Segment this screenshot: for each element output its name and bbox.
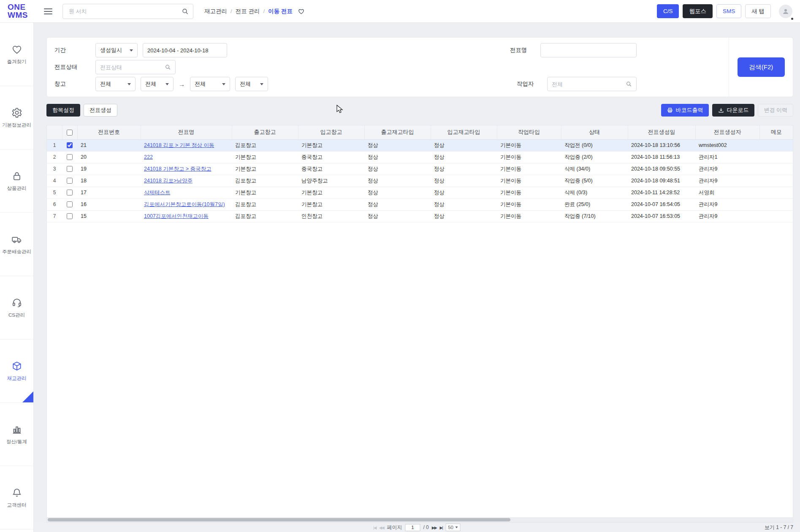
- worker-input[interactable]: [547, 77, 637, 91]
- sidebar-item-inventory[interactable]: 재고관리: [0, 339, 33, 403]
- table-row[interactable]: 4 18 241018 김포>남양주 김포창고 남양주창고 정상 정상 기본이동…: [47, 175, 793, 187]
- column-header-status[interactable]: 상태: [561, 125, 628, 139]
- column-header-in-warehouse[interactable]: 입고창고: [298, 125, 364, 139]
- menu-icon[interactable]: [44, 8, 52, 14]
- data-grid: 전표번호 전표명 출고창고 입고창고 출고재고타입 입고재고타입 작업타입 상태…: [46, 125, 793, 523]
- cell-slip-name: 삭제테스트: [141, 187, 232, 198]
- row-checkbox[interactable]: [67, 201, 73, 207]
- last-page-icon[interactable]: ▶|: [439, 525, 442, 530]
- sidebar-item-statistics[interactable]: 정산/통계: [0, 403, 33, 466]
- breadcrumb-item[interactable]: 전표 관리: [236, 8, 260, 15]
- slip-name-link[interactable]: 김포에서기본창고로이동(10월7일): [144, 201, 225, 207]
- row-checkbox-cell: [62, 175, 77, 187]
- in-location-select[interactable]: 전체: [235, 77, 268, 91]
- prev-page-icon[interactable]: ◀◀: [379, 525, 384, 530]
- cell-status: 작업전 (0/0): [561, 139, 628, 151]
- new-tab-button[interactable]: 새 탭: [745, 4, 771, 18]
- table-row[interactable]: 5 17 삭제테스트 기본창고 기본창고 정상 정상 기본이동 삭제 (0/3)…: [47, 187, 793, 198]
- row-checkbox[interactable]: [67, 178, 73, 184]
- barcode-print-label: 바코드출력: [675, 106, 703, 114]
- scrollbar-thumb[interactable]: [48, 518, 510, 521]
- horizontal-scrollbar[interactable]: [47, 517, 793, 522]
- table-row[interactable]: 3 19 241018 기본창고 > 중국창고 기본창고 중국창고 정상 정상 …: [47, 163, 793, 175]
- row-checkbox[interactable]: [67, 166, 73, 172]
- cell-in-warehouse: 남양주창고: [298, 175, 364, 187]
- cs-button[interactable]: C/S: [657, 4, 679, 18]
- app-logo[interactable]: ONE WMS: [8, 3, 28, 19]
- row-index: 2: [47, 151, 62, 163]
- column-header-slip-name[interactable]: 전표명: [141, 125, 232, 139]
- cell-slip-name: 241018 김포 > 기본 정상 이동: [141, 139, 232, 151]
- cell-work-type: 기본이동: [497, 198, 561, 210]
- column-header-created-at[interactable]: 전표생성일: [628, 125, 695, 139]
- search-icon[interactable]: [626, 81, 632, 87]
- row-checkbox[interactable]: [67, 142, 73, 148]
- slip-name-link[interactable]: 241018 김포>남양주: [144, 178, 193, 184]
- column-header-out-stock-type[interactable]: 출고재고타입: [364, 125, 431, 139]
- row-checkbox[interactable]: [67, 154, 73, 160]
- select-all-checkbox[interactable]: [67, 130, 73, 136]
- breadcrumb-item[interactable]: 재고관리: [204, 8, 227, 15]
- sms-button[interactable]: SMS: [716, 4, 741, 18]
- user-avatar[interactable]: [779, 5, 792, 18]
- page-number-input[interactable]: [405, 524, 420, 531]
- row-index: 7: [47, 210, 62, 222]
- webpos-button[interactable]: 웹포스: [683, 4, 713, 18]
- sidebar-item-favorites[interactable]: 즐겨찾기: [0, 23, 33, 86]
- column-header-created-by[interactable]: 전표생성자: [695, 125, 759, 139]
- bar-chart-icon: [11, 424, 22, 435]
- next-page-icon[interactable]: ▶▶: [432, 525, 437, 530]
- sidebar-item-products[interactable]: 상품관리: [0, 149, 33, 213]
- slip-name-link[interactable]: 222: [144, 154, 153, 160]
- table-row[interactable]: 1 21 241018 김포 > 기본 정상 이동 김포창고 기본창고 정상 정…: [47, 139, 793, 151]
- search-icon[interactable]: [165, 64, 171, 71]
- table-row[interactable]: 6 16 김포에서기본창고로이동(10월7일) 김포창고 기본창고 정상 정상 …: [47, 198, 793, 210]
- sidebar-item-basic-info[interactable]: 기본정보관리: [0, 86, 33, 149]
- sidebar-item-orders-shipping[interactable]: 주문배송관리: [0, 213, 33, 276]
- sidebar-item-cs[interactable]: CS관리: [0, 276, 33, 339]
- cell-out-warehouse: 김포창고: [232, 198, 298, 210]
- column-header-memo[interactable]: 메모: [759, 125, 793, 139]
- column-header-work-type[interactable]: 작업타입: [497, 125, 561, 139]
- out-warehouse-select[interactable]: 전체: [95, 77, 136, 91]
- row-checkbox-cell: [62, 151, 77, 163]
- cell-in-warehouse: 중국창고: [298, 163, 364, 175]
- table-row[interactable]: 2 20 222 기본창고 중국창고 정상 정상 기본이동 작업중 (2/0) …: [47, 151, 793, 163]
- item-settings-button[interactable]: 항목설정: [46, 104, 80, 117]
- download-button[interactable]: 다운로드: [712, 104, 754, 117]
- barcode-print-button[interactable]: 바코드출력: [661, 104, 709, 117]
- in-warehouse-select[interactable]: 전체: [190, 77, 230, 91]
- cell-out-stock-type: 정상: [364, 175, 431, 187]
- table-header-row: 전표번호 전표명 출고창고 입고창고 출고재고타입 입고재고타입 작업타입 상태…: [47, 125, 793, 139]
- download-icon: [718, 107, 724, 113]
- slip-status-input[interactable]: [95, 60, 176, 74]
- column-header-out-warehouse[interactable]: 출고창고: [232, 125, 298, 139]
- table-row[interactable]: 7 15 1007김포에서인천재고이동 김포창고 인천창고 정상 정상 기본이동…: [47, 210, 793, 222]
- create-slip-button[interactable]: 전표생성: [84, 104, 117, 117]
- sidebar-item-support[interactable]: 고객센터: [0, 466, 33, 529]
- search-f2-button[interactable]: 검색(F2): [738, 57, 785, 77]
- slip-name-link[interactable]: 삭제테스트: [144, 190, 171, 195]
- global-search-input[interactable]: [62, 4, 193, 19]
- cell-created-at: 2024-10-07 16:54:05: [628, 198, 695, 210]
- row-checkbox[interactable]: [67, 190, 73, 195]
- search-icon[interactable]: [182, 8, 189, 15]
- breadcrumb-item-current[interactable]: 이동 전표: [268, 8, 293, 15]
- page-size-select[interactable]: 50: [445, 524, 461, 531]
- slip-name-link[interactable]: 241018 김포 > 기본 정상 이동: [144, 142, 214, 148]
- column-header-in-stock-type[interactable]: 입고재고타입: [431, 125, 497, 139]
- cell-out-warehouse: 김포창고: [232, 139, 298, 151]
- out-location-select[interactable]: 전체: [141, 77, 174, 91]
- slip-name-input[interactable]: [540, 43, 637, 57]
- column-header-slip-no[interactable]: 전표번호: [77, 125, 141, 139]
- cell-work-type: 기본이동: [497, 210, 561, 222]
- period-type-select[interactable]: 생성일시: [95, 43, 138, 57]
- slip-name-link[interactable]: 241018 기본창고 > 중국창고: [144, 166, 211, 172]
- logo-line1: ONE: [8, 3, 28, 11]
- first-page-icon[interactable]: |◀: [373, 525, 376, 530]
- change-history-button[interactable]: 변경 이력: [758, 104, 793, 117]
- date-range-input[interactable]: [143, 43, 227, 57]
- row-checkbox[interactable]: [67, 213, 73, 219]
- favorite-heart-icon[interactable]: [298, 8, 305, 15]
- slip-name-link[interactable]: 1007김포에서인천재고이동: [144, 213, 209, 219]
